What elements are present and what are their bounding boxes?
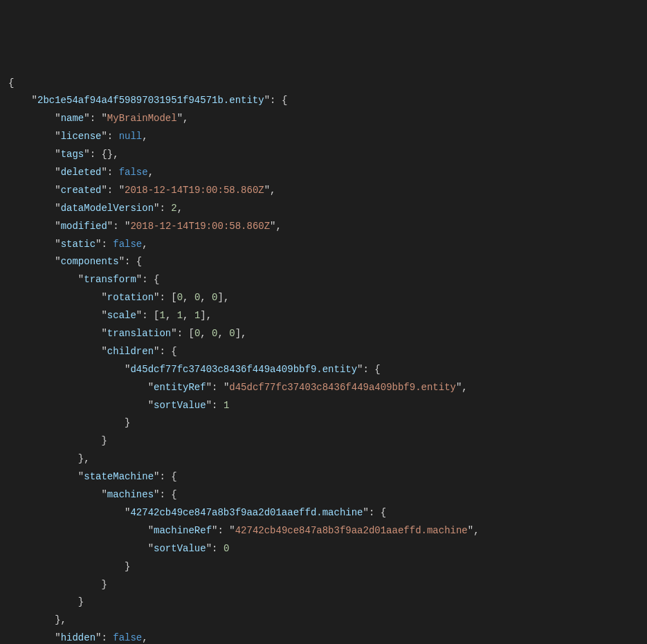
json-string: 2018-12-14T19:00:58.860Z xyxy=(130,221,270,232)
json-key: hidden xyxy=(61,632,95,643)
json-key: d45dcf77fc37403c8436f449a409bbf9.entity xyxy=(130,364,357,375)
json-key: components xyxy=(61,256,119,267)
json-null: null xyxy=(119,131,143,142)
json-key: transform xyxy=(84,274,136,285)
json-number: 0 xyxy=(212,292,217,303)
brace: { xyxy=(8,77,14,89)
json-key: children xyxy=(107,346,154,357)
json-key: scale xyxy=(107,310,136,321)
json-string: d45dcf77fc37403c8436f449a409bbf9.entity xyxy=(229,382,456,393)
json-bool: false xyxy=(113,632,142,643)
json-key: deleted xyxy=(61,167,102,178)
json-key: 2bc1e54af94a4f59897031951f94571b.entity xyxy=(37,95,264,106)
json-key: entityRef xyxy=(154,382,206,393)
json-key: created xyxy=(61,185,102,196)
json-number: 0 xyxy=(177,292,183,303)
json-key: machines xyxy=(107,489,154,500)
json-string: 2018-12-14T19:00:58.860Z xyxy=(125,185,264,196)
json-key: modified xyxy=(61,221,107,232)
json-key: machineRef xyxy=(154,525,212,536)
json-string: 42742cb49ce847a8b3f9aa2d01aaeffd.machine xyxy=(235,525,468,536)
json-key: translation xyxy=(107,328,171,339)
json-string: MyBrainModel xyxy=(107,113,177,124)
json-key: license xyxy=(61,131,102,142)
json-key: static xyxy=(61,239,95,250)
json-key: sortValue xyxy=(154,543,206,554)
json-key: 42742cb49ce847a8b3f9aa2d01aaeffd.machine xyxy=(130,507,363,518)
json-key: stateMachine xyxy=(84,471,154,482)
json-number: 2 xyxy=(171,203,176,214)
json-number: 1 xyxy=(159,310,165,321)
json-key: sortValue xyxy=(154,400,206,411)
json-bool: false xyxy=(113,239,142,250)
json-number: 0 xyxy=(212,328,217,339)
json-key: rotation xyxy=(107,292,154,303)
json-key: dataModelVersion xyxy=(61,203,154,214)
json-key: tags xyxy=(61,149,84,160)
json-bool: false xyxy=(119,167,148,178)
json-number: 1 xyxy=(177,310,183,321)
json-number: 0 xyxy=(224,543,229,554)
json-key: name xyxy=(61,113,84,124)
json-number: 0 xyxy=(229,328,235,339)
json-number: 1 xyxy=(224,400,229,411)
code-editor[interactable]: { "2bc1e54af94a4f59897031951f94571b.enti… xyxy=(8,75,647,644)
